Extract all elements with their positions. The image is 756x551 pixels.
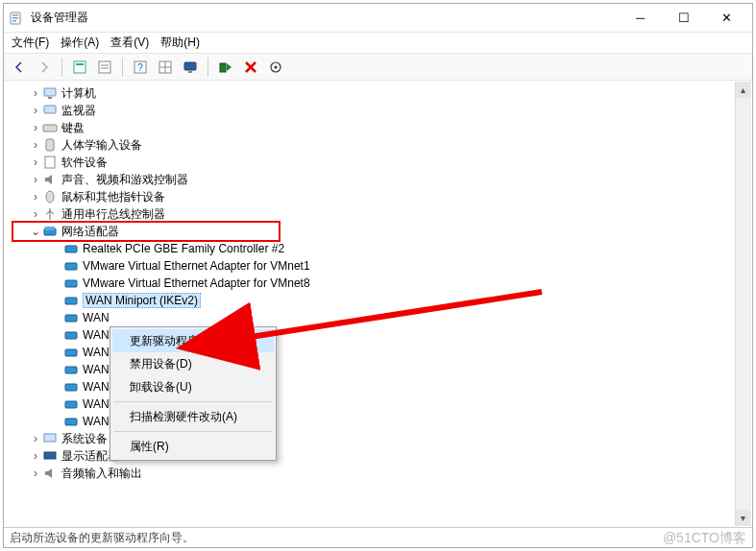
software-icon [42,155,58,170]
tree-item-network[interactable]: ⌄网络适配器 [4,223,752,240]
tree-item-wan1[interactable]: WAN [4,309,752,326]
svg-rect-41 [44,434,56,442]
svg-rect-32 [65,280,77,287]
svg-rect-21 [44,88,56,96]
menu-help[interactable]: 帮助(H) [160,35,200,51]
nic-icon [63,414,79,429]
svg-rect-24 [43,125,57,132]
nic-icon [63,241,79,256]
context-item-uninstall[interactable]: 卸载设备(U) [112,375,274,398]
tree-item-monitor[interactable]: ›监视器 [4,102,752,119]
tree-item-audio[interactable]: ›音频输入和输出 [4,465,752,482]
svg-point-27 [46,191,54,203]
svg-rect-31 [65,263,77,270]
svg-rect-34 [65,315,77,322]
tree-item-computer[interactable]: ›计算机 [4,84,752,102]
scroll-down-button[interactable]: ▾ [736,510,750,526]
tree-item-usb[interactable]: ›通用串行总线控制器 [4,205,752,223]
svg-rect-26 [45,156,55,168]
grid-button[interactable] [154,56,177,79]
device-manager-window: 设备管理器 ─ ☐ ✕ 文件(F) 操作(A) 查看(V) 帮助(H) ? ›计… [3,3,753,548]
svg-rect-38 [65,384,77,391]
nic-icon [63,310,79,325]
monitor-button[interactable] [179,56,202,79]
mouse-icon [42,189,58,204]
svg-rect-30 [65,246,77,252]
watermark: @51CTO博客 [663,530,746,547]
svg-rect-33 [65,298,77,304]
nic-icon [63,362,79,377]
maximize-button[interactable]: ☐ [662,5,705,32]
toolbar: ? [4,54,752,81]
svg-rect-25 [46,139,54,151]
svg-rect-14 [184,62,196,70]
uninstall-button[interactable] [239,56,262,79]
svg-rect-40 [65,419,77,425]
svg-rect-42 [44,452,56,459]
sound-icon [42,172,58,187]
svg-rect-36 [65,349,77,356]
monitor-icon [42,103,58,118]
tree-item-mouse[interactable]: ›鼠标和其他指针设备 [4,188,752,205]
scroll-up-button[interactable]: ▴ [736,82,750,98]
svg-rect-39 [65,401,77,408]
tree-item-vmnet1[interactable]: VMware Virtual Ethernet Adapter for VMne… [4,257,752,275]
nic-icon [63,258,79,274]
tree-item-wan-ikev2[interactable]: WAN Miniport (IKEv2) [4,292,752,309]
tree-item-realtek[interactable]: Realtek PCIe GBE Family Controller #2 [4,240,752,257]
context-item-disable[interactable]: 禁用设备(D) [112,352,274,375]
forward-button[interactable] [33,56,56,79]
toolbar-separator [122,58,123,77]
menubar: 文件(F) 操作(A) 查看(V) 帮助(H) [4,33,752,54]
context-item-update-driver[interactable]: 更新驱动程序(P) [112,329,274,352]
tree-item-keyboard[interactable]: ›键盘 [4,119,752,136]
svg-rect-4 [74,61,85,73]
nic-icon [63,379,79,395]
window-title: 设备管理器 [27,10,619,26]
menu-view[interactable]: 查看(V) [110,35,149,51]
svg-rect-3 [12,20,16,22]
update-button[interactable] [214,56,237,79]
context-menu: 更新驱动程序(P) 禁用设备(D) 卸载设备(U) 扫描检测硬件改动(A) 属性… [110,326,277,461]
status-text: 启动所选设备的更新驱动程序向导。 [10,530,194,546]
keyboard-icon [42,120,58,135]
network-category-icon [42,224,58,239]
properties-button[interactable] [68,56,91,79]
tree-item-vmnet8[interactable]: VMware Virtual Ethernet Adapter for VMne… [4,275,752,292]
minimize-button[interactable]: ─ [619,5,662,32]
usb-icon [42,206,58,222]
context-item-properties[interactable]: 属性(R) [112,435,274,458]
svg-point-20 [275,65,278,68]
vertical-scrollbar[interactable]: ▴ ▾ [735,82,751,526]
audio-icon [42,466,58,481]
scan-button[interactable] [264,56,287,79]
svg-rect-2 [12,17,18,19]
context-item-scan[interactable]: 扫描检测硬件改动(A) [112,405,274,428]
menu-file[interactable]: 文件(F) [12,35,49,51]
tree-item-hid[interactable]: ›人体学输入设备 [4,136,752,154]
nic-icon [63,293,79,308]
toolbar-separator [207,58,208,77]
svg-rect-6 [99,61,110,73]
titlebar: 设备管理器 ─ ☐ ✕ [4,4,752,33]
system-icon [42,431,58,446]
tree-item-software[interactable]: ›软件设备 [4,154,752,171]
svg-text:?: ? [137,62,143,73]
toolbar-separator [61,58,62,77]
back-button[interactable] [8,56,31,79]
app-icon [8,11,23,26]
tree-item-sound[interactable]: ›声音、视频和游戏控制器 [4,171,752,188]
svg-rect-37 [65,367,77,373]
computer-icon [42,85,58,101]
nic-icon [63,345,79,360]
hid-icon [42,137,58,153]
svg-rect-5 [76,63,84,65]
context-separator [114,431,272,432]
context-separator [114,401,272,402]
help-icon-button[interactable]: ? [129,56,152,79]
close-button[interactable]: ✕ [705,5,748,32]
menu-action[interactable]: 操作(A) [61,35,99,51]
detail-button[interactable] [93,56,116,79]
client-area: ›计算机 ›监视器 ›键盘 ›人体学输入设备 ›软件设备 ›声音、视频和游戏控制… [4,81,752,528]
svg-rect-23 [44,106,56,113]
